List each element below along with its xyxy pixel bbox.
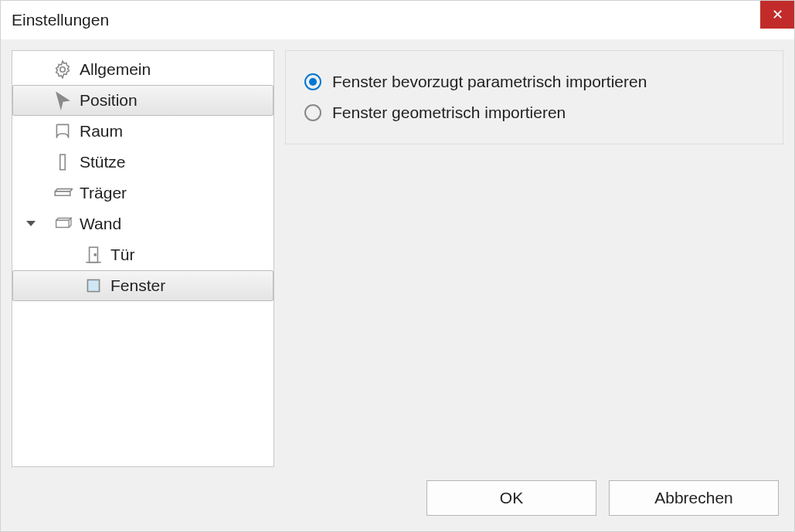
tree-item-label: Position <box>76 91 138 110</box>
svg-rect-1 <box>60 154 66 170</box>
radio-geometric-import[interactable]: Fenster geometrisch importieren <box>304 97 764 128</box>
tree-item-position[interactable]: Position <box>12 85 273 116</box>
tree-item-label: Raum <box>76 122 123 141</box>
room-icon <box>49 121 76 141</box>
tree-item-label: Träger <box>76 184 127 202</box>
cursor-icon <box>49 90 76 110</box>
import-options-group: Fenster bevorzugt parametrisch importier… <box>285 50 783 144</box>
tree-item-label: Wand <box>76 215 121 233</box>
tree-item-label: Fenster <box>107 276 165 295</box>
svg-rect-5 <box>87 280 99 291</box>
expand-toggle[interactable] <box>13 222 49 227</box>
tree-item-traeger[interactable]: Träger <box>12 178 273 208</box>
column-icon <box>49 152 76 172</box>
tree-item-allgemein[interactable]: Allgemein <box>12 54 273 85</box>
dialog-body: Allgemein Position Raum <box>1 39 794 531</box>
door-icon <box>80 245 107 265</box>
settings-dialog: Einstellungen ✕ Allgemein Position <box>0 0 795 532</box>
tree-item-label: Stütze <box>76 153 126 171</box>
dialog-title: Einstellungen <box>12 11 109 29</box>
category-tree: Allgemein Position Raum <box>12 50 274 467</box>
titlebar: Einstellungen ✕ <box>1 1 794 39</box>
gear-icon <box>49 59 76 80</box>
dialog-footer: OK Abbrechen <box>285 480 783 520</box>
chevron-down-icon <box>26 221 36 226</box>
svg-point-4 <box>94 254 96 256</box>
tree-item-label: Tür <box>107 246 135 264</box>
radio-label: Fenster geometrisch importieren <box>332 103 566 122</box>
tree-item-wand[interactable]: Wand <box>12 208 273 239</box>
tree-item-stuetze[interactable]: Stütze <box>12 147 273 178</box>
close-button[interactable]: ✕ <box>760 1 794 29</box>
close-icon: ✕ <box>772 8 783 22</box>
tree-item-label: Allgemein <box>76 60 151 79</box>
button-label: OK <box>500 489 523 507</box>
radio-checked-icon <box>304 73 321 90</box>
window-icon <box>80 276 107 296</box>
svg-point-0 <box>60 67 66 73</box>
tree-item-fenster[interactable]: Fenster <box>12 270 273 301</box>
tree-item-raum[interactable]: Raum <box>12 116 273 147</box>
radio-label: Fenster bevorzugt parametrisch importier… <box>332 73 647 91</box>
tree-item-tuer[interactable]: Tür <box>12 239 273 270</box>
wall-icon <box>49 214 76 234</box>
beam-icon <box>49 183 76 203</box>
radio-unchecked-icon <box>304 104 321 121</box>
button-label: Abbrechen <box>654 489 733 507</box>
ok-button[interactable]: OK <box>426 480 596 516</box>
radio-parametric-import[interactable]: Fenster bevorzugt parametrisch importier… <box>304 66 764 97</box>
content-pane: Fenster bevorzugt parametrisch importier… <box>285 50 783 520</box>
cancel-button[interactable]: Abbrechen <box>609 480 779 516</box>
